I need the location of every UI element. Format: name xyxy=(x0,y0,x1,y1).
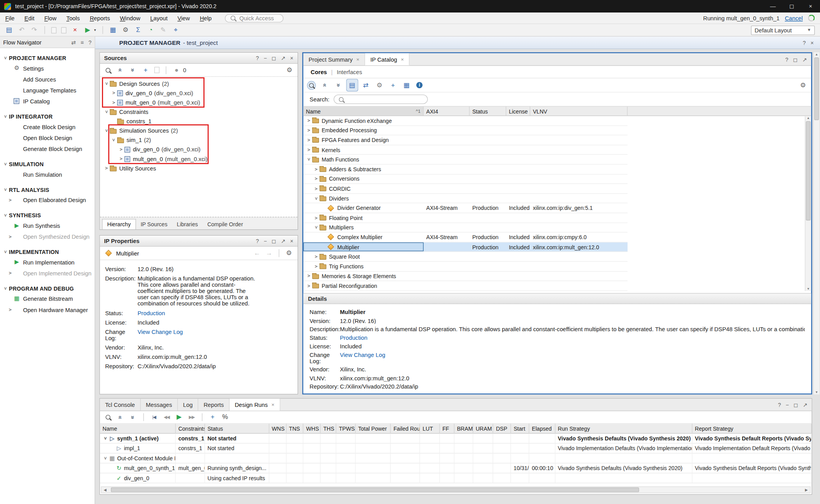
flow-item-language-templates[interactable]: Language Templates xyxy=(0,85,94,96)
sources-tab-ip-sources[interactable]: IP Sources xyxy=(136,220,172,229)
catalog-row-floating-point[interactable]: >Floating Point xyxy=(303,213,627,223)
catalog-row-dividers[interactable]: >Dividers xyxy=(303,194,627,204)
sources-tree-item-mult-gen-0[interactable]: >mult_gen_0(mult_gen_0.xci) xyxy=(100,98,298,107)
column-header-run-strategy[interactable]: Run Strategy xyxy=(555,424,692,433)
maximize-icon[interactable]: ↗ xyxy=(281,238,285,244)
report-sum-icon[interactable]: Σ xyxy=(134,26,142,34)
column-header-constraints[interactable]: Constraints xyxy=(176,424,205,433)
close-button[interactable]: × xyxy=(801,0,820,12)
section-expander-icon[interactable]: > xyxy=(3,113,8,120)
close-icon[interactable]: × xyxy=(290,238,293,244)
expander-icon[interactable]: > xyxy=(104,108,109,115)
search-icon[interactable] xyxy=(106,67,111,72)
expander-icon[interactable]: > xyxy=(313,254,319,259)
expander-icon[interactable]: > xyxy=(305,147,312,152)
help-icon[interactable]: ? xyxy=(256,55,259,61)
column-header-status[interactable]: Status xyxy=(205,424,269,433)
flow-item-ip-catalog[interactable]: IP Catalog xyxy=(0,96,94,106)
open-file-icon[interactable]: ▤ xyxy=(5,26,13,34)
messages-filter-icon[interactable]: ● xyxy=(173,66,180,74)
create-run-icon[interactable]: + xyxy=(209,413,216,421)
catalog-row-math-functions[interactable]: >Math Functions xyxy=(303,155,627,165)
flow-section-ip-integrator[interactable]: >IP INTEGRATOR xyxy=(0,106,94,121)
catalog-search-input[interactable] xyxy=(333,94,428,104)
expander-icon[interactable]: > xyxy=(111,137,116,143)
section-expander-icon[interactable]: > xyxy=(3,55,8,61)
expander-icon[interactable]: > xyxy=(305,137,312,142)
sources-tab-libraries[interactable]: Libraries xyxy=(172,220,203,229)
section-expander-icon[interactable]: > xyxy=(3,186,8,193)
float-icon[interactable]: ◻ xyxy=(272,55,276,61)
editor-vertical-scrollbar[interactable]: ▲ ▼ xyxy=(813,52,820,394)
layout-selector[interactable]: Default Layout ▼ xyxy=(751,25,815,35)
restore-defaults-icon[interactable]: ⇄ xyxy=(362,81,370,89)
flow-item-open-implemented-design[interactable]: >Open Implemented Design xyxy=(0,268,94,279)
item-expander-icon[interactable]: > xyxy=(7,197,13,202)
catalog-vertical-scrollbar[interactable]: ▲ ▼ xyxy=(805,116,811,291)
tab-reports[interactable]: Reports xyxy=(198,399,230,411)
help-icon[interactable]: ? xyxy=(785,56,788,62)
search-icon[interactable] xyxy=(309,83,314,87)
help-icon[interactable]: ? xyxy=(256,238,259,244)
section-expander-icon[interactable]: > xyxy=(3,161,8,167)
expander-icon[interactable]: > xyxy=(313,264,319,269)
column-header-ff[interactable]: FF xyxy=(440,424,454,433)
column-header-total-power[interactable]: Total Power xyxy=(356,424,391,433)
column-header-name[interactable]: Name xyxy=(100,424,176,433)
sources-tree-item-utility-sources[interactable]: >Utility Sources xyxy=(100,163,298,173)
expand-all-icon[interactable]: » xyxy=(334,81,342,89)
tab-tcl-console[interactable]: Tcl Console xyxy=(100,399,141,411)
subtab-cores[interactable]: Cores xyxy=(311,69,327,75)
flow-section-synthesis[interactable]: >SYNTHESIS xyxy=(0,205,94,220)
sources-tab-compile-order[interactable]: Compile Order xyxy=(203,220,248,229)
flow-item-add-sources[interactable]: Add Sources xyxy=(0,74,94,85)
maximize-button[interactable]: ◻ xyxy=(783,0,801,12)
properties-settings-icon[interactable]: ⚙ xyxy=(285,249,293,257)
generate-ip-icon[interactable]: ▦ xyxy=(403,81,410,89)
timing-clock-icon[interactable]: ◔ xyxy=(147,26,155,34)
minimize-icon[interactable]: − xyxy=(264,238,267,244)
subtab-interfaces[interactable]: Interfaces xyxy=(337,69,362,75)
column-header-tpws[interactable]: TPWS xyxy=(336,424,355,433)
collapse-all-icon[interactable]: « xyxy=(321,81,329,89)
minimize-icon[interactable]: − xyxy=(786,401,789,408)
flow-item-settings[interactable]: ⚙Settings xyxy=(0,63,94,74)
catalog-row-adders-subtracters[interactable]: >Adders & Subtracters xyxy=(303,165,627,174)
catalog-row-cordic[interactable]: >CORDIC xyxy=(303,184,627,194)
close-icon[interactable]: × xyxy=(811,39,814,46)
next-run-icon[interactable]: ▶▶ xyxy=(188,413,196,421)
dock-icon[interactable]: ⇄ xyxy=(71,39,76,45)
percent-progress-icon[interactable]: % xyxy=(221,413,229,421)
help-icon[interactable]: ? xyxy=(89,39,92,45)
elaborate-icon[interactable]: ▦ xyxy=(109,26,117,34)
scrollbar-thumb[interactable] xyxy=(806,121,811,220)
field-value[interactable]: View Change Log xyxy=(340,351,385,364)
maximize-icon[interactable]: ↗ xyxy=(803,401,808,408)
expander-icon[interactable]: > xyxy=(118,147,124,152)
help-icon[interactable]: ? xyxy=(778,401,781,408)
expander-icon[interactable]: > xyxy=(118,156,124,161)
back-icon[interactable]: ← xyxy=(253,249,261,257)
column-header-axi4[interactable]: AXI4 xyxy=(424,106,470,115)
launch-runs-icon[interactable]: ▶ xyxy=(175,413,183,421)
column-header-license[interactable]: License xyxy=(506,106,530,115)
tab-close-icon[interactable]: × xyxy=(401,57,404,62)
catalog-row-trig-functions[interactable]: >Trig Functions xyxy=(303,262,627,272)
expander-icon[interactable]: > xyxy=(111,91,117,96)
settings-icon[interactable]: ⚙ xyxy=(799,81,807,89)
collapse-all-icon[interactable]: « xyxy=(116,413,125,421)
help-icon[interactable]: ? xyxy=(803,39,806,46)
debug-probe-icon[interactable]: ⌖ xyxy=(172,26,180,34)
expander-icon[interactable]: > xyxy=(313,176,319,181)
flow-item-run-implementation[interactable]: ▶Run Implementation xyxy=(0,257,94,268)
sources-tree-item-constraints[interactable]: >Constraints xyxy=(100,107,298,117)
expander-icon[interactable]: > xyxy=(111,100,117,105)
catalog-row-memories-storage-elements[interactable]: >Memories & Storage Elements xyxy=(303,272,627,281)
field-value[interactable]: View Change Log xyxy=(137,328,183,341)
column-header-bram[interactable]: BRAM xyxy=(455,424,473,433)
maximize-icon[interactable]: ↗ xyxy=(802,56,807,62)
column-header-wns[interactable]: WNS xyxy=(269,424,286,433)
tab-close-icon[interactable]: × xyxy=(271,402,275,408)
settings-gear-icon[interactable]: ⚙ xyxy=(121,26,129,34)
flow-section-simulation[interactable]: >SIMULATION xyxy=(0,154,94,169)
